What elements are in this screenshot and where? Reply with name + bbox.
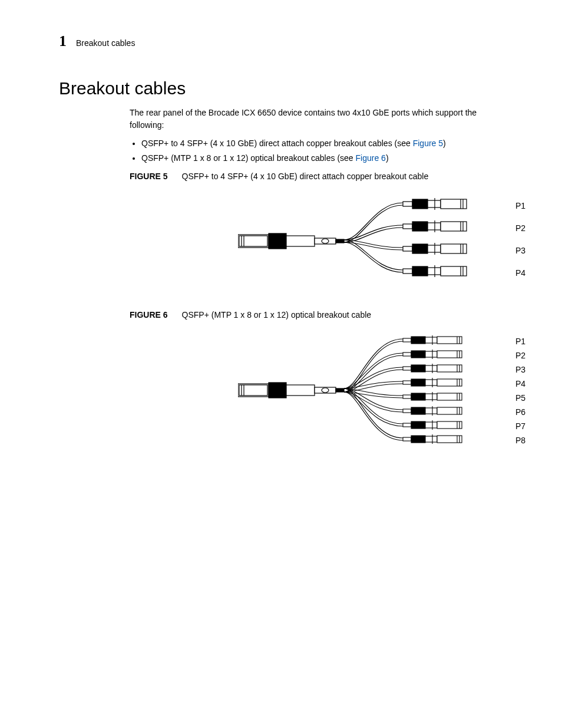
svg-rect-32 [428,268,441,275]
svg-rect-30 [403,269,412,274]
port-label: P2 [515,217,525,239]
body: The rear panel of the Brocade ICX 6650 d… [130,107,509,457]
breakout-cable-4-icon [238,191,509,291]
bullet-text: QSFP+ to 4 SFP+ (4 x 10 GbE) direct atta… [141,139,413,148]
figure-label: FIGURE 6 [130,310,168,319]
svg-rect-61 [411,365,425,372]
svg-rect-50 [437,337,462,344]
svg-rect-45 [336,388,344,392]
svg-rect-85 [437,407,462,414]
svg-rect-42 [286,385,315,396]
svg-rect-18 [428,223,441,230]
svg-rect-75 [411,393,425,400]
svg-rect-60 [403,367,411,370]
svg-rect-1 [239,236,267,246]
svg-rect-55 [425,351,437,357]
figure5-diagram: P1 P2 P3 P4 [130,191,509,295]
svg-rect-11 [428,200,441,207]
svg-rect-64 [437,365,462,372]
svg-rect-53 [403,353,411,356]
port-labels: P1 P2 P3 P4 P5 P6 P7 P8 [515,334,525,447]
figure-label: FIGURE 5 [130,172,168,181]
svg-rect-96 [411,436,425,443]
chapter-number: 1 [59,32,67,50]
figure-caption-text: QSFP+ to 4 SFP+ (4 x 10 GbE) direct atta… [182,172,429,181]
svg-rect-62 [425,365,437,371]
port-label: P3 [515,363,525,377]
svg-rect-74 [403,395,411,398]
svg-rect-67 [403,381,411,384]
svg-rect-41 [269,383,286,398]
svg-rect-4 [269,233,286,249]
svg-rect-68 [411,379,425,386]
svg-rect-8 [336,239,344,243]
svg-rect-88 [403,423,411,427]
svg-rect-16 [403,224,412,229]
bullet-text-after: ) [386,153,389,163]
svg-rect-99 [437,436,462,443]
svg-rect-97 [425,436,437,442]
svg-rect-17 [412,222,428,231]
svg-rect-81 [403,409,411,413]
svg-rect-46 [403,338,411,342]
svg-point-44 [322,388,329,393]
svg-rect-23 [403,246,412,251]
svg-rect-10 [412,199,428,209]
svg-rect-82 [411,407,425,414]
port-label: P4 [515,377,525,391]
svg-rect-76 [425,394,437,400]
svg-rect-31 [412,266,428,276]
figure-caption: FIGURE 6QSFP+ (MTP 1 x 8 or 1 x 12) opti… [130,309,509,321]
port-label: P1 [515,334,525,348]
svg-rect-95 [403,437,411,441]
svg-rect-54 [411,351,425,358]
port-label: P4 [515,262,525,284]
svg-rect-24 [412,244,428,253]
svg-rect-57 [437,351,462,358]
svg-rect-38 [239,385,267,396]
breakout-cable-8-icon [238,330,509,453]
port-label: P8 [515,433,525,447]
svg-rect-90 [425,422,437,428]
list-item: QSFP+ to 4 SFP+ (4 x 10 GbE) direct atta… [141,137,509,150]
port-label: P7 [515,419,525,433]
svg-rect-48 [425,337,437,343]
svg-rect-83 [425,408,437,414]
running-header: 1 Breakout cables [59,32,509,50]
figure-caption: FIGURE 5QSFP+ to 4 SFP+ (4 x 10 GbE) dir… [130,170,509,183]
svg-rect-25 [428,245,441,252]
svg-rect-5 [286,236,315,246]
figure-link[interactable]: Figure 6 [356,153,386,163]
svg-rect-9 [403,202,412,206]
list-item: QSFP+ (MTP 1 x 8 or 1 x 12) optical brea… [141,152,509,164]
port-label: P2 [515,348,525,363]
section-title: Breakout cables [59,78,509,98]
page: 1 Breakout cables Breakout cables The re… [0,0,562,506]
svg-point-7 [322,239,329,243]
svg-rect-89 [411,421,425,429]
bullet-text: QSFP+ (MTP 1 x 8 or 1 x 12) optical brea… [141,153,356,163]
svg-rect-92 [437,421,462,429]
svg-rect-47 [411,337,425,344]
port-label: P6 [515,405,525,419]
figure-caption-text: QSFP+ (MTP 1 x 8 or 1 x 12) optical brea… [182,310,372,319]
running-title: Breakout cables [76,38,135,48]
port-label: P1 [515,195,525,217]
svg-rect-78 [437,393,462,400]
intro-paragraph: The rear panel of the Brocade ICX 6650 d… [130,107,509,131]
port-label: P3 [515,239,525,262]
bullet-list: QSFP+ to 4 SFP+ (4 x 10 GbE) direct atta… [130,137,509,164]
port-label: P5 [515,391,525,405]
bullet-text-after: ) [443,139,446,148]
port-labels: P1 P2 P3 P4 [515,195,525,284]
figure6-diagram: P1 P2 P3 P4 P5 P6 P7 P8 [130,330,509,457]
svg-rect-71 [437,379,462,386]
figure-link[interactable]: Figure 5 [413,139,443,148]
svg-rect-69 [425,380,437,386]
